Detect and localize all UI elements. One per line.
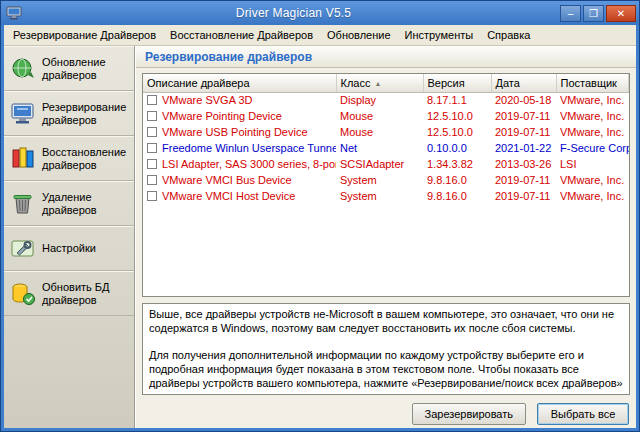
table-row[interactable]: VMware VMCI Bus DeviceSystem9.8.16.02019… [143,172,629,188]
row-checkbox[interactable] [147,159,157,169]
driver-version: 9.8.16.0 [423,188,491,204]
driver-vendor: VMware, Inc. [556,108,629,124]
select-all-button[interactable]: Выбрать все [537,403,629,425]
row-checkbox[interactable] [147,191,157,201]
driver-class: SCSIAdapter [336,156,423,172]
backup-button[interactable]: Зарезервировать [412,403,527,425]
driver-vendor: VMware, Inc. [556,92,629,108]
sort-ascending-icon: ▲ [374,80,381,87]
table-header-row: Описание драйвера Класс▲ Версия Дата Пос… [143,74,629,92]
menu-tools[interactable]: Инструменты [398,26,481,44]
driver-version: 1.34.3.82 [423,156,491,172]
driver-info-textbox[interactable]: Выше, все драйверы устройств не-Microsof… [142,303,630,395]
driver-version: 12.5.10.0 [423,124,491,140]
sidebar-item-label: Настройки [42,242,96,255]
column-header-description[interactable]: Описание драйвера [143,74,336,92]
action-buttons: Зарезервировать Выбрать все [142,403,630,425]
driver-class: System [336,172,423,188]
column-header-version[interactable]: Версия [423,74,491,92]
main-panel: Резервирование драйверов Описание драйве… [135,46,636,428]
driver-table: Описание драйвера Класс▲ Версия Дата Пос… [142,73,630,297]
driver-class: Net [336,140,423,156]
driver-date: 2019-07-11 [491,172,556,188]
driver-class: System [336,188,423,204]
globe-update-icon [9,55,36,82]
driver-version: 12.5.10.0 [423,108,491,124]
row-checkbox[interactable] [147,111,157,121]
row-checkbox[interactable] [147,175,157,185]
backup-monitor-icon [9,100,36,127]
settings-wrench-icon [9,235,36,262]
driver-description: VMware VMCI Bus Device [162,174,292,186]
row-checkbox[interactable] [147,95,157,105]
column-header-class[interactable]: Класс▲ [336,74,423,92]
row-checkbox[interactable] [147,127,157,137]
driver-version: 9.8.16.0 [423,172,491,188]
sidebar-item-label: Резервирование драйверов [42,101,129,126]
menu-restore-drivers[interactable]: Восстановление Драйверов [163,26,320,44]
window-body: Резервирование Драйверов Восстановление … [4,25,636,428]
app-window: Driver Magician V5.5 – ❐ ✕ Резервировани… [0,0,640,432]
driver-date: 2020-05-18 [491,92,556,108]
table-row[interactable]: VMware Pointing DeviceMouse12.5.10.02019… [143,108,629,124]
table-row[interactable]: LSI Adapter, SAS 3000 series, 8-port wit… [143,156,629,172]
title-bar[interactable]: Driver Magician V5.5 – ❐ ✕ [1,1,639,25]
driver-vendor: VMware, Inc. [556,188,629,204]
driver-vendor: LSI [556,156,629,172]
menu-bar: Резервирование Драйверов Восстановление … [4,25,636,46]
driver-table-body: VMware SVGA 3DDisplay8.17.1.12020-05-18V… [143,92,629,204]
sidebar-item-label: Восстановление драйверов [42,146,129,171]
menu-help[interactable]: Справка [480,26,537,44]
driver-description: VMware VMCI Host Device [162,190,295,202]
update-db-icon [9,280,36,307]
driver-date: 2013-03-26 [491,156,556,172]
driver-date: 2021-01-22 [491,140,556,156]
trash-icon [9,190,36,217]
sidebar-item-update-driver-db[interactable]: Обновить БД драйверов [4,271,134,316]
driver-description: VMware USB Pointing Device [162,126,308,138]
maximize-button[interactable]: ❐ [583,5,604,22]
sidebar-item-backup-drivers[interactable]: Резервирование драйверов [4,91,134,136]
app-icon [6,5,22,21]
sidebar-item-restore-drivers[interactable]: Восстановление драйверов [4,136,134,181]
table-row[interactable]: VMware VMCI Host DeviceSystem9.8.16.0201… [143,188,629,204]
driver-vendor: VMware, Inc. [556,172,629,188]
section-title: Резервирование драйверов [136,46,636,68]
table-row[interactable]: VMware SVGA 3DDisplay8.17.1.12020-05-18V… [143,92,629,108]
sidebar: Обновление драйверов Резервирование драй… [4,46,135,428]
sidebar-item-label: Обновление драйверов [42,56,129,81]
sidebar-item-label: Удаление драйверов [42,191,129,216]
driver-version: 0.10.0.0 [423,140,491,156]
table-row[interactable]: VMware USB Pointing DeviceMouse12.5.10.0… [143,124,629,140]
table-row[interactable]: Freedome Winlun Userspace TunnelNet0.10.… [143,140,629,156]
info-paragraph-2: Для получения дополнительной информации … [149,348,623,395]
minimize-button[interactable]: – [560,5,581,22]
window-title: Driver Magician V5.5 [27,6,560,20]
driver-class: Mouse [336,108,423,124]
info-paragraph-1: Выше, все драйверы устройств не-Microsof… [149,307,623,336]
menu-update[interactable]: Обновление [320,26,398,44]
driver-description: VMware SVGA 3D [162,94,252,106]
driver-vendor: VMware, Inc. [556,124,629,140]
sidebar-item-update-drivers[interactable]: Обновление драйверов [4,46,134,91]
column-header-date[interactable]: Дата [491,74,556,92]
driver-description: Freedome Winlun Userspace Tunnel [162,142,336,154]
driver-date: 2019-07-11 [491,124,556,140]
driver-description: VMware Pointing Device [162,110,282,122]
menu-backup-drivers[interactable]: Резервирование Драйверов [6,26,163,44]
sidebar-item-settings[interactable]: Настройки [4,226,134,271]
driver-class: Mouse [336,124,423,140]
driver-version: 8.17.1.1 [423,92,491,108]
driver-description: LSI Adapter, SAS 3000 series, 8-port wit… [162,158,336,170]
row-checkbox[interactable] [147,143,157,153]
close-button[interactable]: ✕ [606,5,636,22]
column-header-vendor[interactable]: Поставщик [556,74,629,92]
content-area: Обновление драйверов Резервирование драй… [4,46,636,428]
restore-stack-icon [9,145,36,172]
sidebar-item-remove-drivers[interactable]: Удаление драйверов [4,181,134,226]
driver-vendor: F-Secure Corporation [556,140,629,156]
driver-date: 2019-07-11 [491,108,556,124]
driver-class: Display [336,92,423,108]
sidebar-item-label: Обновить БД драйверов [42,281,129,306]
driver-date: 2019-07-11 [491,188,556,204]
